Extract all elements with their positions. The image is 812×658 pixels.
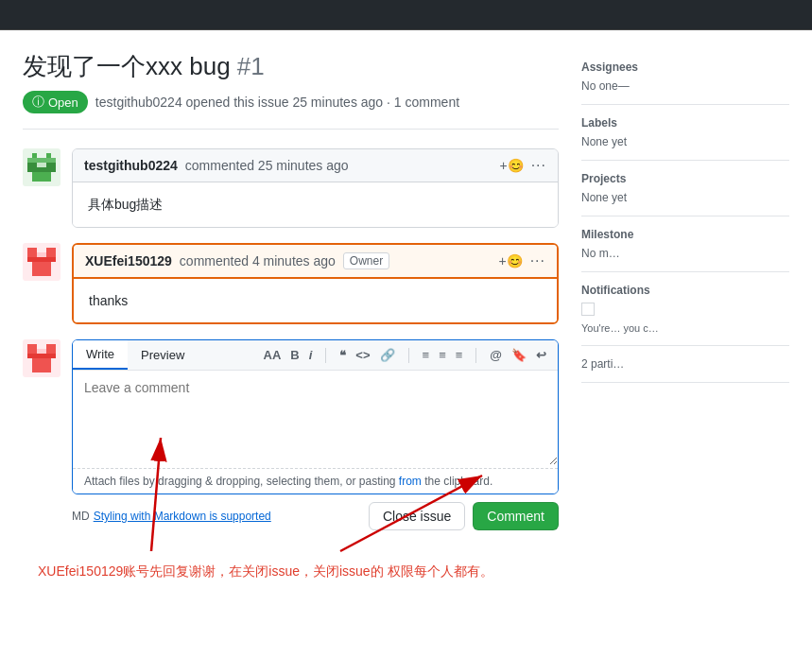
sidebar-projects: Projects None yet	[581, 161, 789, 216]
comment-block-2: XUEfei150129 commented 4 minutes ago Own…	[23, 243, 559, 324]
sidebar-milestone-value: No m…	[581, 247, 789, 260]
toolbar-sep-2	[408, 348, 409, 363]
svg-rect-19	[37, 349, 46, 354]
toolbar-italic[interactable]: i	[309, 348, 313, 362]
write-tabs: Write Preview AA B i ❝ <>	[73, 340, 558, 371]
comment-body-1: 具体bug描述	[73, 182, 558, 226]
comment-text-1: 具体bug描述	[88, 197, 163, 212]
open-badge: ⓘ Open	[23, 91, 88, 113]
write-footer: MD Styling with Markdown is supported Cl…	[72, 494, 559, 538]
svg-rect-12	[32, 262, 51, 276]
comment-body-2: thanks	[74, 279, 557, 322]
more-icon-2[interactable]: ···	[530, 252, 545, 269]
sidebar-milestone: Milestone No m…	[581, 216, 789, 272]
toolbar-aa[interactable]: AA	[264, 348, 282, 362]
svg-rect-17	[27, 354, 56, 358]
svg-rect-7	[42, 163, 46, 167]
comment-time-2: commented 4 minutes ago	[180, 253, 336, 268]
issue-content: 发现了一个xxx bug #1 ⓘ Open testgithub0224 op…	[23, 49, 559, 538]
toolbar-ref[interactable]: 🔖	[511, 348, 527, 362]
markdown-link[interactable]: Styling with Markdown is supported	[94, 510, 271, 523]
comment-header-2: XUEfei150129 commented 4 minutes ago Own…	[74, 245, 557, 279]
issue-title: 发现了一个xxx bug #1	[23, 49, 559, 83]
svg-rect-10	[46, 248, 56, 257]
sidebar-milestone-label: Milestone	[581, 228, 789, 241]
emoji-icon-2[interactable]: +😊	[498, 253, 522, 268]
comment-box-2: XUEfei150129 commented 4 minutes ago Own…	[72, 243, 559, 324]
close-issue-button[interactable]: Close issue	[369, 502, 465, 530]
toolbar-bold[interactable]: B	[290, 348, 299, 362]
toolbar-ol[interactable]: ≡	[439, 348, 446, 362]
comment-button[interactable]: Comment	[473, 502, 559, 530]
tab-preview[interactable]: Preview	[128, 340, 198, 370]
avatar-1	[23, 148, 60, 186]
sidebar-labels-label: Labels	[581, 116, 789, 130]
issue-number: #1	[237, 52, 265, 80]
comment-actions-2: +😊 ···	[498, 252, 545, 269]
emoji-icon-1[interactable]: +😊	[499, 158, 523, 173]
toolbar-quote[interactable]: ❝	[339, 348, 346, 362]
comment-box-1: testgithub0224 commented 25 minutes ago …	[72, 148, 559, 227]
sidebar: Assignees No one— Labels None yet Projec…	[581, 49, 789, 538]
toolbar-mention[interactable]: @	[490, 348, 502, 362]
toolbar-task[interactable]: ≡	[456, 348, 463, 362]
open-badge-label: Open	[48, 95, 78, 110]
svg-rect-18	[32, 358, 51, 372]
sidebar-assignees: Assignees No one—	[581, 49, 789, 105]
comment-textarea[interactable]	[73, 371, 558, 465]
footer-buttons: Close issue Comment	[369, 502, 559, 530]
sidebar-notifications-value: You're… you c…	[581, 303, 789, 334]
write-comment-block: Write Preview AA B i ❝ <>	[23, 339, 559, 538]
toolbar-ul[interactable]: ≡	[423, 348, 430, 362]
markdown-note: MD Styling with Markdown is supported	[72, 510, 271, 523]
sidebar-assignees-label: Assignees	[581, 61, 789, 74]
sidebar-labels-value: None yet	[581, 135, 789, 148]
more-icon-1[interactable]: ···	[531, 157, 546, 174]
sidebar-participants-value: 2 parti…	[581, 357, 789, 371]
annotation-text: XUEfei150129账号先回复谢谢，在关闭issue，关闭issue的 权限…	[23, 561, 789, 581]
write-container: Write Preview AA B i ❝ <>	[72, 339, 559, 538]
main-content: 发现了一个xxx bug #1 ⓘ Open testgithub0224 op…	[0, 30, 812, 557]
timeline: testgithub0224 commented 25 minutes ago …	[23, 148, 559, 538]
md-icon: MD	[72, 510, 90, 523]
comment-actions-1: +😊 ···	[499, 157, 546, 174]
attach-text: Attach files by dragging & dropping, sel…	[73, 468, 558, 494]
sidebar-assignees-value: No one—	[581, 79, 789, 93]
issue-meta: ⓘ Open testgithub0224 opened this issue …	[23, 91, 559, 130]
svg-rect-6	[37, 163, 42, 167]
toolbar-code[interactable]: <>	[355, 348, 370, 362]
toolbar-link[interactable]: 🔗	[380, 348, 395, 362]
attach-from: from	[399, 475, 422, 488]
open-badge-icon: ⓘ	[32, 94, 44, 111]
avatar-2	[23, 243, 60, 281]
toolbar-sep-1	[325, 348, 326, 363]
issue-title-text: 发现了一个xxx bug	[23, 52, 231, 80]
annotation-area: XUEfei150129账号先回复谢谢，在关闭issue，关闭issue的 权限…	[0, 561, 812, 581]
toolbar: AA B i ❝ <> 🔗 ≡ ≡	[252, 340, 558, 370]
sidebar-notifications: Notifications You're… you c…	[581, 272, 789, 346]
comment-time-1: commented 25 minutes ago	[185, 158, 349, 173]
comment-text-2: thanks	[89, 293, 128, 308]
issue-meta-text: testgithub0224 opened this issue 25 minu…	[95, 95, 459, 110]
svg-rect-16	[46, 344, 56, 354]
avatar-write	[23, 339, 60, 377]
write-box: Write Preview AA B i ❝ <>	[72, 339, 559, 494]
svg-rect-11	[27, 257, 56, 262]
sidebar-labels: Labels None yet	[581, 105, 789, 161]
notif-checkbox[interactable]	[581, 303, 595, 316]
sidebar-participants: 2 parti…	[581, 346, 789, 383]
tab-write[interactable]: Write	[73, 340, 128, 370]
comment-block-1: testgithub0224 commented 25 minutes ago …	[23, 148, 559, 227]
comment-header-1: testgithub0224 commented 25 minutes ago …	[73, 149, 558, 182]
top-nav	[0, 0, 812, 30]
sidebar-projects-label: Projects	[581, 172, 789, 185]
comment-header-left-1: testgithub0224 commented 25 minutes ago	[84, 158, 349, 173]
svg-rect-15	[27, 344, 37, 354]
svg-rect-13	[37, 252, 46, 257]
svg-rect-5	[32, 172, 51, 182]
toolbar-reply[interactable]: ↩	[536, 348, 546, 362]
svg-rect-3	[27, 158, 56, 163]
svg-rect-1	[32, 153, 37, 158]
comment-author-2: XUEfei150129	[85, 253, 172, 268]
svg-rect-2	[46, 153, 51, 158]
